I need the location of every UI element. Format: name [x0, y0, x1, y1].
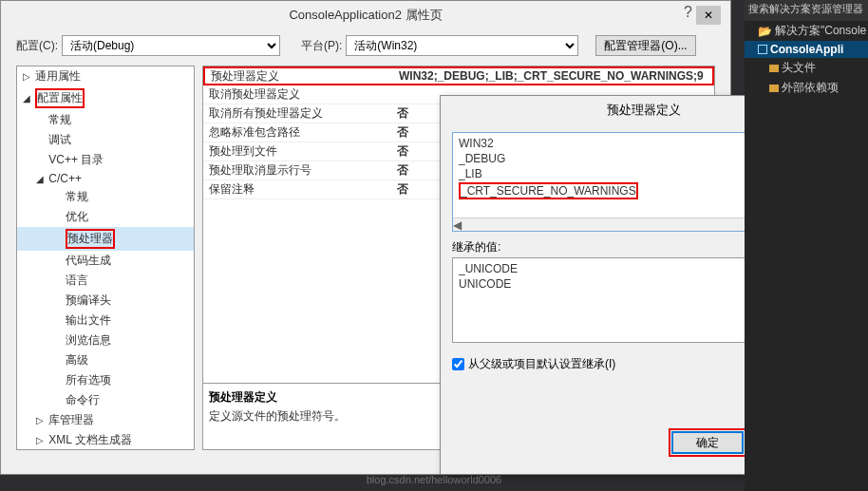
config-manager-button[interactable]: 配置管理器(O)... — [595, 35, 695, 56]
search-placeholder[interactable]: 搜索解决方案资源管理器 — [745, 0, 868, 21]
tree-item[interactable]: ▷ XML 文档生成器 — [17, 430, 194, 450]
tree-item[interactable]: ◢ 配置属性 — [17, 86, 194, 110]
property-row[interactable]: 预处理器定义WIN32;_DEBUG;_LIB;_CRT_SECURE_NO_W… — [203, 66, 714, 85]
tree-item[interactable]: VC++ 目录 — [17, 150, 194, 170]
solution-node[interactable]: 📂解决方案"Console — [745, 21, 868, 41]
tree-item[interactable]: 常规 — [17, 187, 194, 207]
dialog-titlebar: ConsoleApplication2 属性页 ? ✕ — [1, 1, 730, 29]
help-icon[interactable]: ? — [684, 4, 692, 21]
config-select[interactable]: 活动(Debug) — [62, 35, 280, 56]
tree-item[interactable]: 调试 — [17, 130, 194, 150]
platform-select[interactable]: 活动(Win32) — [346, 35, 578, 56]
tree-item[interactable]: 所有选项 — [17, 370, 194, 390]
watermark: blog.csdn.net/helloworld0006 — [367, 474, 502, 485]
category-tree[interactable]: ▷ 通用属性◢ 配置属性 常规 调试 VC++ 目录◢ C/C++ 常规 优化 … — [16, 66, 195, 450]
tree-item[interactable]: 优化 — [17, 207, 194, 227]
project-node[interactable]: ConsoleAppli — [745, 41, 868, 58]
inherit-checkbox-label[interactable]: 从父级或项目默认设置继承(I) — [452, 356, 615, 372]
inherit-checkbox[interactable] — [452, 358, 464, 370]
ok-button[interactable]: 确定 — [671, 431, 744, 454]
platform-label: 平台(P): — [301, 38, 342, 54]
tree-item[interactable]: 命令行 — [17, 390, 194, 410]
solution-explorer: 搜索解决方案资源管理器 📂解决方案"Console ConsoleAppli 头… — [745, 0, 868, 491]
config-bar: 配置(C): 活动(Debug) 平台(P): 活动(Win32) 配置管理器(… — [1, 29, 730, 66]
headers-folder[interactable]: 头文件 — [745, 58, 868, 78]
tree-item[interactable]: ◢ C/C++ — [17, 170, 194, 187]
tree-item[interactable]: 预处理器 — [17, 227, 194, 251]
tree-item[interactable]: 高级 — [17, 350, 194, 370]
dialog-title: ConsoleApplication2 属性页 — [1, 7, 730, 24]
tree-item[interactable]: ▷ 库管理器 — [17, 410, 194, 430]
tree-item[interactable]: 常规 — [17, 110, 194, 130]
close-icon[interactable]: ✕ — [696, 6, 721, 25]
tree-item[interactable]: ▷ 通用属性 — [17, 66, 194, 86]
external-deps-folder[interactable]: 外部依赖项 — [745, 78, 868, 98]
tree-item[interactable]: 输出文件 — [17, 311, 194, 330]
tree-item[interactable]: 浏览信息 — [17, 330, 194, 350]
tree-item[interactable]: 代码生成 — [17, 251, 194, 271]
config-label: 配置(C): — [16, 38, 58, 54]
tree-item[interactable]: 预编译头 — [17, 291, 194, 311]
tree-item[interactable]: 语言 — [17, 271, 194, 291]
